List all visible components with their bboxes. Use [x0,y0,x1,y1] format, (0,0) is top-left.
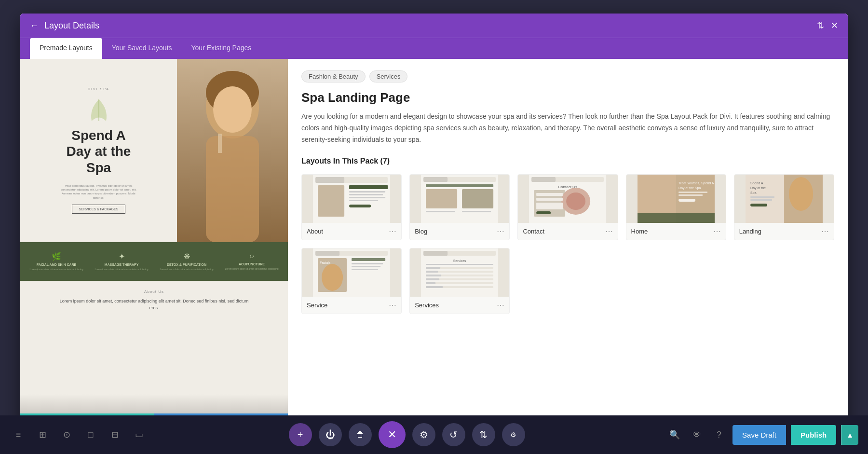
svg-rect-50 [750,199,772,201]
spa-headline: Spend A Day at the Spa [67,127,131,176]
layout-card-contact[interactable]: Contact Us Contact [517,174,618,240]
back-icon[interactable]: ← [30,21,39,31]
facial-icon: 🌿 [25,252,88,261]
layout-title: Spa Landing Page [301,90,834,105]
layout-card-service[interactable]: Facials Service ⋯ [301,248,402,314]
search-toolbar-icon[interactable]: ⊙ [58,426,75,443]
desktop-icon[interactable]: □ [82,426,99,443]
card-name-services: Services [415,302,439,309]
tab-saved-layouts[interactable]: Your Saved Layouts [102,38,182,59]
header-left: ← Layout Details [30,21,99,31]
about-text: Lorem ipsum dolor sit amet, consectetur … [56,298,252,312]
services-row: 🌿 FACIAL AND SKIN CARE Lorem ipsum dolor… [20,242,288,281]
save-draft-button[interactable]: Save Draft [732,425,786,445]
delete-button[interactable]: 🗑 [349,423,372,446]
hamburger-icon[interactable]: ≡ [10,426,27,443]
toolbar-center: + ⏻ 🗑 ✕ ⚙ ↺ ⇅ ⚙ [289,421,525,448]
toolbar-left: ≡ ⊞ ⊙ □ ⊟ ▭ [10,426,148,443]
svg-text:Treat Yourself, Spend A: Treat Yourself, Spend A [678,181,714,185]
help-icon[interactable]: ? [710,426,728,443]
svg-text:Spa: Spa [750,191,757,195]
card-menu-blog[interactable]: ⋯ [497,227,504,236]
svg-rect-74 [426,267,440,269]
services-btn[interactable]: SERVICES & PACKAGES [72,205,126,214]
detox-icon: ❋ [155,252,218,261]
close-icon[interactable]: ✕ [831,20,838,31]
history-button[interactable]: ↺ [442,423,465,446]
svg-rect-19 [423,177,448,182]
service-item-detox: ❋ DETOX & PURIFICATION Lorem ipsum dolor… [155,252,218,271]
svg-rect-34 [536,203,563,209]
modal-header: ← Layout Details ⇅ ✕ [20,14,848,38]
close-toolbar-button[interactable]: ✕ [379,421,406,448]
grid-icon[interactable]: ⊞ [34,426,51,443]
svg-text:Spend A: Spend A [750,181,763,185]
publish-dropdown-button[interactable]: ▲ [841,425,858,445]
svg-rect-65 [423,251,448,256]
tabs-bar: Premade Layouts Your Saved Layouts Your … [20,38,848,59]
svg-rect-41 [678,194,703,196]
card-menu-services[interactable]: ⋯ [497,301,504,310]
tablet-icon[interactable]: ⊟ [106,426,123,443]
preview-icon[interactable]: 👁 [688,426,705,443]
layout-button[interactable]: ⇅ [472,423,495,446]
svg-rect-78 [426,282,435,284]
svg-rect-3 [206,136,259,242]
zoom-icon[interactable]: 🔍 [666,426,683,443]
service-desc-massage: Lorem ipsum dolor sit amet consectetur a… [90,268,153,271]
layout-card-blog[interactable]: Blog ⋯ [409,174,510,240]
svg-rect-24 [462,211,491,212]
card-menu-about[interactable]: ⋯ [389,227,396,236]
svg-rect-10 [318,185,344,217]
svg-rect-35 [536,211,551,214]
sort-icon[interactable]: ⇅ [817,20,824,31]
svg-rect-21 [426,189,457,208]
card-footer-home: Home ⋯ [626,223,726,240]
about-heading: About Us [32,289,276,294]
card-menu-landing[interactable]: ⋯ [821,227,829,236]
modal-body: DIVI SPA Spend A Day at the Spa Vitae co… [20,59,848,444]
layout-grid-row2: Facials Service ⋯ [301,248,834,314]
svg-rect-75 [426,271,438,273]
tag-services[interactable]: Services [369,70,408,83]
settings-toolbar-button[interactable]: ⚙ [412,423,435,446]
gear-button[interactable]: ⚙ [502,423,525,446]
spa-body: Vitae consequat augue. Vivamus eget dolo… [60,184,137,200]
layout-card-landing[interactable]: Spend A Day at the Spa Landing ⋯ [734,174,834,240]
card-name-blog: Blog [415,228,427,235]
svg-point-5 [213,86,252,133]
svg-rect-9 [315,177,344,183]
card-menu-contact[interactable]: ⋯ [605,227,613,236]
svg-rect-40 [678,192,707,193]
svg-rect-27 [531,177,556,182]
service-desc-facial: Lorem ipsum dolor sit amet consectetur a… [25,268,88,271]
thumb-home-svg: Treat Yourself, Spend A Day at the Spa [626,175,726,223]
pack-heading: Layouts In This Pack (7) [301,157,834,165]
svg-point-52 [789,177,813,211]
svg-rect-32 [536,193,563,196]
tab-existing-pages[interactable]: Your Existing Pages [182,38,261,59]
bottom-toolbar: ≡ ⊞ ⊙ □ ⊟ ▭ + ⏻ 🗑 ✕ ⚙ ↺ ⇅ ⚙ 🔍 👁 ? Save D… [0,415,868,454]
tag-fashion-beauty[interactable]: Fashion & Beauty [301,70,366,83]
publish-button[interactable]: Publish [791,425,836,445]
card-footer-contact: Contact ⋯ [518,223,617,240]
preview-woman-photo [177,59,288,242]
layout-card-about[interactable]: About ⋯ [301,174,402,240]
card-name-contact: Contact [523,228,544,235]
card-footer-blog: Blog ⋯ [410,223,509,240]
card-menu-service[interactable]: ⋯ [389,301,396,310]
svg-rect-60 [352,263,383,264]
mobile-icon[interactable]: ▭ [130,426,148,443]
toolbar-right: 🔍 👁 ? Save Draft Publish ▲ [666,425,858,445]
layout-card-home[interactable]: Treat Yourself, Spend A Day at the Spa H… [626,174,726,240]
power-button[interactable]: ⏻ [319,423,342,446]
leaf-icon [87,95,111,124]
service-name-detox: DETOX & PURIFICATION [155,263,218,266]
layout-card-services[interactable]: Services [409,248,510,314]
massage-icon: ✦ [90,252,153,261]
thumb-home: Treat Yourself, Spend A Day at the Spa [626,175,726,223]
tab-premade-layouts[interactable]: Premade Layouts [30,38,102,59]
card-menu-home[interactable]: ⋯ [713,227,721,236]
add-button[interactable]: + [289,423,312,446]
card-footer-landing: Landing ⋯ [734,223,834,240]
